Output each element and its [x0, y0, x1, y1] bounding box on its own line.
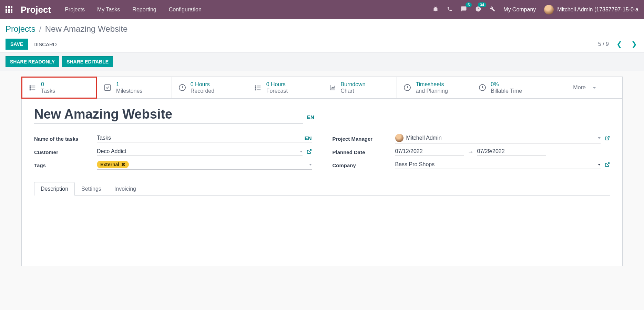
form-sheet: 0Tasks 1Milestones 0 HoursRecorded 0 Hou… — [21, 77, 623, 266]
user-name: Mitchell Admin (17357797-15-0-a — [557, 7, 638, 13]
external-link-icon[interactable] — [605, 136, 610, 142]
breadcrumb-parent[interactable]: Projects — [6, 24, 35, 33]
apps-icon[interactable] — [6, 6, 12, 13]
save-button[interactable]: SAVE — [6, 39, 28, 50]
arrow-right-icon: → — [468, 149, 474, 156]
menu-configuration[interactable]: Configuration — [169, 7, 202, 13]
stat-more[interactable]: More — [547, 77, 622, 98]
label-company: Company — [333, 162, 391, 168]
menu-my-tasks[interactable]: My Tasks — [97, 7, 120, 13]
label-tags: Tags — [34, 162, 93, 168]
pager-prev[interactable]: ❮ — [615, 40, 624, 48]
external-link-icon[interactable] — [605, 162, 610, 168]
activities-badge: 34 — [478, 2, 486, 7]
stat-buttons-row: 0Tasks 1Milestones 0 HoursRecorded 0 Hou… — [22, 77, 622, 99]
chevron-down-icon[interactable] — [598, 164, 601, 166]
customer-input[interactable] — [97, 148, 297, 154]
chevron-down-icon[interactable] — [598, 137, 601, 139]
breadcrumb-current: New Amazing Website — [45, 24, 128, 33]
chat-icon[interactable]: 5 — [461, 6, 467, 13]
tasks-name-input[interactable] — [97, 135, 302, 141]
share-editable-button[interactable]: SHARE EDITABLE — [62, 56, 113, 67]
clock-icon[interactable]: 34 — [475, 6, 481, 13]
debug-icon[interactable] — [432, 6, 439, 13]
title-lang-button[interactable]: EN — [307, 114, 314, 120]
tab-invoicing[interactable]: Invoicing — [108, 182, 143, 196]
share-bar: SHARE READONLY SHARE EDITABLE — [0, 53, 644, 71]
tab-description[interactable]: Description — [34, 182, 75, 196]
project-title-input[interactable] — [34, 107, 303, 123]
manager-avatar-icon — [395, 134, 403, 142]
menu-projects[interactable]: Projects — [65, 7, 85, 13]
main-menu: Projects My Tasks Reporting Configuratio… — [65, 7, 202, 13]
phone-icon[interactable] — [447, 6, 452, 13]
share-readonly-button[interactable]: SHARE READONLY — [6, 56, 59, 67]
stat-burndown[interactable]: BurndownChart — [322, 77, 397, 98]
date-end-input[interactable] — [477, 148, 546, 156]
tag-chip: External ✖ — [97, 161, 129, 168]
tab-settings[interactable]: Settings — [75, 182, 108, 196]
stat-billable[interactable]: 0%Billable Time — [472, 77, 547, 98]
label-planned-date: Planned Date — [333, 149, 391, 155]
tab-bar: Description Settings Invoicing — [34, 182, 610, 196]
discard-button[interactable]: DISCARD — [33, 41, 57, 47]
tag-remove-icon[interactable]: ✖ — [121, 162, 125, 167]
external-link-icon[interactable] — [307, 149, 312, 155]
stat-milestones[interactable]: 1Milestones — [97, 77, 172, 98]
svg-rect-0 — [105, 85, 111, 91]
top-navbar: Project Projects My Tasks Reporting Conf… — [0, 0, 644, 19]
date-start-input[interactable] — [395, 148, 464, 156]
menu-reporting[interactable]: Reporting — [132, 7, 156, 13]
tasks-name-lang-button[interactable]: EN — [305, 135, 312, 141]
pager-text: 5 / 9 — [598, 41, 609, 47]
label-project-manager: Project Manager — [333, 136, 391, 142]
breadcrumb-separator: / — [39, 24, 41, 33]
user-menu[interactable]: Mitchell Admin (17357797-15-0-a — [544, 5, 638, 14]
company-selector[interactable]: My Company — [503, 7, 536, 13]
project-manager-input[interactable] — [406, 135, 595, 141]
tools-icon[interactable] — [490, 6, 495, 13]
stat-timesheets[interactable]: Timesheetsand Planning — [397, 77, 472, 98]
chevron-down-icon[interactable] — [309, 164, 312, 166]
breadcrumb-bar: Projects / New Amazing Website — [0, 19, 644, 34]
stat-recorded[interactable]: 0 HoursRecorded — [172, 77, 247, 98]
chat-badge: 5 — [466, 2, 472, 7]
chevron-down-icon[interactable] — [300, 151, 303, 152]
description-content[interactable] — [34, 196, 610, 258]
pager-next[interactable]: ❯ — [630, 40, 638, 48]
app-brand[interactable]: Project — [21, 4, 51, 15]
company-input[interactable] — [395, 161, 595, 168]
stat-tasks[interactable]: 0Tasks — [22, 77, 97, 98]
label-tasks-name: Name of the tasks — [34, 136, 93, 142]
avatar-icon — [544, 5, 554, 14]
action-bar: SAVE DISCARD 5 / 9 ❮ ❯ — [0, 34, 644, 53]
stat-forecast[interactable]: 0 HoursForecast — [247, 77, 322, 98]
chevron-down-icon — [593, 87, 596, 89]
label-customer: Customer — [34, 149, 93, 155]
